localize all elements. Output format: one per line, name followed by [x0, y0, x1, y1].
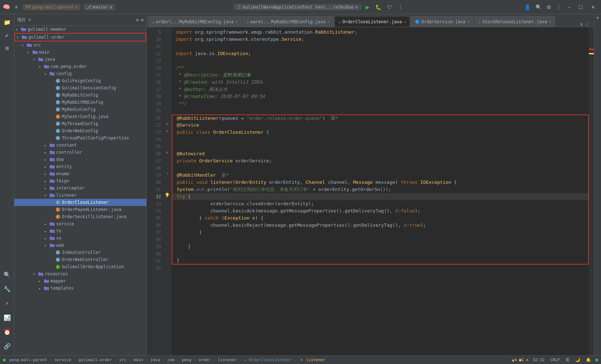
sidebar-icon-tool2[interactable]: ⚡: [1, 297, 14, 310]
bc-main[interactable]: main: [132, 358, 145, 362]
collapse-icon[interactable]: ⊟: [136, 18, 139, 23]
minimize-button[interactable]: −: [565, 4, 573, 11]
tree-item-threadpoolconfigproperties[interactable]: CThreadPoolConfigProperties: [14, 134, 146, 142]
bc-class[interactable]: ☕ OrderCloseListener: [243, 358, 293, 362]
tree-item-enume[interactable]: ▸enume: [14, 170, 146, 177]
tree-item-ordercloselistener[interactable]: COrderCloseListener: [14, 199, 146, 206]
tree-item-myseatrconfig_java[interactable]: CMySeatrConfig.java: [14, 113, 146, 120]
project-badge[interactable]: PP peng-mall-parent ∨: [23, 4, 80, 10]
bc-service[interactable]: service: [53, 358, 73, 362]
settings-button[interactable]: ⚙: [545, 3, 553, 11]
close-button[interactable]: ✕: [588, 4, 598, 11]
tab-ware-rabbit[interactable]: ☕ ware\...MyRabbitMQConfig.java ✕: [243, 16, 334, 27]
tree-item-orderwebconfig[interactable]: COrderWebConfig: [14, 127, 146, 134]
bc-src[interactable]: src: [118, 358, 128, 362]
sidebar-icon-structure[interactable]: ⊞: [1, 41, 14, 54]
tree-item-controller[interactable]: ▸controller: [14, 149, 146, 156]
tree-item-indexcontroller[interactable]: CIndexController: [14, 249, 146, 256]
bc-order[interactable]: order: [197, 358, 212, 362]
sidebar-icon-tool3[interactable]: 📊: [1, 311, 14, 324]
bc-java[interactable]: java: [149, 358, 162, 362]
bc-peng[interactable]: peng: [180, 358, 193, 362]
tree-item-feign[interactable]: ▸feign: [14, 177, 146, 185]
status-moon[interactable]: 🌙: [574, 358, 582, 362]
tab-order-rabbit[interactable]: ☕ order\...MyRabbitMQConfig.java ✕: [148, 16, 242, 27]
tree-item-java[interactable]: ▾java: [14, 56, 146, 63]
tree-item-web[interactable]: ▾web: [14, 242, 146, 249]
tree-item-entity[interactable]: ▸entity: [14, 163, 146, 170]
debug-button[interactable]: 🐛: [374, 3, 383, 11]
tree-item-mythreadconfig[interactable]: CMyThreadConfig: [14, 120, 146, 127]
status-position[interactable]: 32:32: [531, 358, 546, 362]
run-button[interactable]: ▶: [364, 3, 371, 11]
tree-item-orderseckilllistener_java[interactable]: COrderSeckillListener.java: [14, 213, 146, 220]
tree-item-main[interactable]: ▾main: [14, 49, 146, 56]
more-button[interactable]: ⋮: [555, 3, 563, 11]
tree-item-dao[interactable]: ▸dao: [14, 156, 146, 163]
status-encoding[interactable]: CRLF: [549, 358, 562, 362]
tabs-dropdown[interactable]: ∨: [580, 21, 583, 27]
tree-item-src[interactable]: ▾src: [14, 41, 146, 49]
tree-item-interceptor[interactable]: ▸interceptor: [14, 185, 146, 192]
code-content[interactable]: import org.springframework.amqp.rabbit.a…: [171, 27, 589, 355]
tree-item-resources[interactable]: ▾resources: [14, 270, 146, 277]
tree-item-gulimallsessionconfig[interactable]: CGulimallSessionConfig: [14, 84, 146, 92]
tree-item-listener[interactable]: ▾listener: [14, 192, 146, 199]
run-config-dropdown[interactable]: ∨: [355, 5, 358, 10]
sidebar-icon-tool4[interactable]: ⏰: [1, 325, 14, 338]
tab-order-service[interactable]: 🔷 OrderService.java ✕: [411, 16, 474, 27]
tab-close-5[interactable]: ✕: [549, 20, 551, 24]
menu-button[interactable]: ≡: [13, 4, 20, 10]
tree-item-gulifeignconfig[interactable]: CGuliFeignConfig: [14, 77, 146, 84]
branch-badge[interactable]: ⎇ master ∨: [83, 4, 115, 10]
search-button[interactable]: 🔍: [534, 3, 543, 11]
tree-item-gulimall_member[interactable]: ▾gulimall-member: [14, 26, 146, 33]
tree-item-mapper[interactable]: ▸mapper: [14, 277, 146, 285]
sidebar-icon-search[interactable]: 🔍: [1, 268, 14, 281]
tab-close-2[interactable]: ✕: [328, 20, 330, 24]
maximize-button[interactable]: ☐: [576, 4, 586, 11]
tab-close-1[interactable]: ✕: [236, 20, 238, 24]
tree-item-constant[interactable]: ▸constant: [14, 142, 146, 149]
tree-item-to[interactable]: ▸to: [14, 227, 146, 235]
profile-button[interactable]: 👤: [523, 3, 532, 11]
tab-stock-release[interactable]: ☕ StockReleaseListener.java ✕: [474, 16, 555, 27]
tree-item-templates[interactable]: ▸templates: [14, 285, 146, 292]
run-config[interactable]: ☰ GulimallWareApplicationTest.test...reS…: [234, 4, 361, 10]
status-warnings[interactable]: ▲4 ●1 ∧: [512, 358, 528, 362]
bc-method[interactable]: 🔸 listener: [298, 358, 327, 362]
tree-item-myrabbitmqconfig[interactable]: CMyRabbitMQConfig: [14, 99, 146, 106]
tree-item-myrabbitconfig[interactable]: CMyRabbitConfig: [14, 92, 146, 99]
right-sidebar-icon-1[interactable]: m: [596, 16, 598, 20]
project-dropdown-icon[interactable]: ∨: [75, 5, 78, 10]
tab-close-4[interactable]: ✕: [468, 20, 470, 24]
tree-item-vo[interactable]: ▸vo: [14, 235, 146, 242]
more-run-button[interactable]: ⋮: [396, 3, 404, 11]
tabs-more[interactable]: ⋮: [585, 21, 590, 27]
tab-close-3[interactable]: ✕: [404, 20, 406, 24]
sidebar-icon-tool5[interactable]: 🔗: [1, 340, 14, 353]
settings-icon[interactable]: ⚙: [141, 18, 143, 23]
tree-item-gulimall_order[interactable]: ▾gulimall-order: [14, 33, 146, 41]
tree-item-myredisconfig[interactable]: CMyRedisConfig: [14, 106, 146, 113]
tree-arrow: ▸: [44, 143, 49, 147]
sidebar-icon-tool1[interactable]: 🔧: [1, 282, 14, 295]
tree-item-config[interactable]: ▾config: [14, 70, 146, 77]
tree-item-orderwebcontroller[interactable]: COrderWebController: [14, 256, 146, 263]
bc-com[interactable]: com: [166, 358, 176, 362]
tab-order-close-listener[interactable]: ☕ OrderCloseListener.java ✕: [334, 16, 410, 27]
status-bell[interactable]: 🔔: [585, 358, 592, 362]
tree-item-service[interactable]: ▸service: [14, 220, 146, 227]
tree-icon: C: [55, 92, 61, 98]
bc-project[interactable]: peng-mall-parent: [8, 358, 49, 362]
branch-dropdown-icon[interactable]: ∨: [109, 5, 112, 10]
sidebar-icon-project[interactable]: 📁: [1, 16, 14, 29]
tree-item-com_peng_order[interactable]: ▾com.peng.order: [14, 63, 146, 70]
status-lang[interactable]: 英: [564, 357, 571, 363]
bc-listener[interactable]: listener: [216, 358, 238, 362]
sidebar-icon-commit[interactable]: ✔: [1, 29, 14, 41]
tree-item-gulimallorderapplication[interactable]: AGulimallOrderApplication: [14, 263, 146, 270]
tree-item-orderpayedlistener_java[interactable]: COrderPayedListener.java: [14, 206, 146, 213]
bc-module[interactable]: gulimall-order: [77, 358, 113, 362]
coverage-button[interactable]: 🛡: [386, 3, 394, 11]
